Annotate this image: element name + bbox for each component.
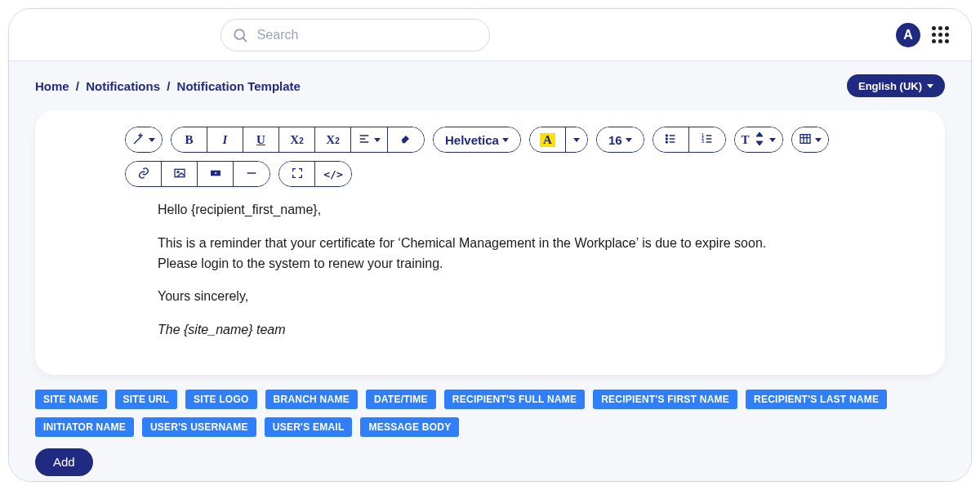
chevron-down-icon [502, 138, 509, 142]
magic-wand-button[interactable] [126, 127, 162, 152]
token-initiator-name[interactable]: INITIATOR NAME [35, 417, 134, 437]
avatar[interactable]: A [896, 23, 920, 47]
subscript-button[interactable]: X2 [315, 127, 351, 152]
chevron-down-icon [769, 138, 776, 142]
content-area: Home / Notifications / Notification Temp… [9, 61, 971, 481]
token-users-email[interactable]: USER'S EMAIL [265, 417, 353, 437]
underline-icon: U [256, 133, 265, 147]
token-site-name[interactable]: SITE NAME [35, 390, 107, 409]
numbered-list-button[interactable]: 123 [689, 127, 725, 152]
updown-icon [753, 132, 766, 148]
bold-icon: B [185, 133, 193, 147]
align-button[interactable] [351, 127, 388, 152]
message-line-2: Please login to the system to renew your… [158, 256, 443, 270]
svg-rect-19 [800, 134, 810, 143]
message-line-1: This is a reminder that your certificate… [158, 236, 766, 250]
breadcrumb-notifications[interactable]: Notifications [86, 79, 160, 93]
video-icon [209, 167, 222, 182]
superscript-button[interactable]: X2 [279, 127, 315, 152]
message-closing: Yours sincerely, [158, 287, 891, 307]
language-selector[interactable]: English (UK) [847, 74, 945, 97]
token-branch-name[interactable]: BRANCH NAME [265, 390, 358, 409]
table-button[interactable] [792, 127, 828, 152]
svg-point-9 [666, 141, 667, 143]
breadcrumb-sep: / [76, 79, 79, 93]
token-users-username[interactable]: USER'S USERNAME [142, 417, 256, 437]
bold-button[interactable]: B [172, 127, 207, 152]
italic-icon: I [223, 133, 228, 147]
text-color-more-button[interactable] [566, 127, 587, 152]
svg-text:3: 3 [702, 140, 704, 144]
message-greeting: Hello {recipient_first_name}, [158, 200, 891, 220]
hr-icon [245, 167, 258, 182]
svg-rect-23 [175, 169, 185, 176]
token-site-logo[interactable]: SITE LOGO [185, 390, 257, 409]
link-icon [137, 167, 150, 182]
line-height-button[interactable]: T [735, 127, 782, 152]
video-button[interactable] [198, 162, 234, 186]
breadcrumb: Home / Notifications / Notification Temp… [35, 79, 301, 93]
breadcrumb-row: Home / Notifications / Notification Temp… [35, 74, 945, 97]
message-body: This is a reminder that your certificate… [158, 234, 891, 274]
token-recipient-first-name[interactable]: RECIPIENT'S FIRST NAME [593, 390, 737, 409]
search-icon [232, 27, 248, 43]
wand-icon [132, 132, 145, 148]
superscript-icon: X2 [290, 133, 303, 147]
search-wrap [220, 19, 490, 51]
eraser-button[interactable] [388, 127, 424, 152]
font-size-label: 16 [608, 133, 622, 147]
code-view-button[interactable]: </> [315, 162, 351, 186]
italic-button[interactable]: I [207, 127, 243, 152]
chevron-down-icon [927, 84, 933, 88]
image-icon [173, 167, 186, 182]
font-family-select[interactable]: Helvetica [434, 127, 520, 152]
token-recipient-full-name[interactable]: RECIPIENT'S FULL NAME [444, 390, 585, 409]
font-size-select[interactable]: 16 [597, 127, 644, 152]
bullet-list-icon [664, 132, 677, 148]
svg-point-5 [666, 135, 667, 136]
token-date-time[interactable]: DATE/TIME [366, 390, 436, 409]
text-color-icon: A [540, 133, 555, 147]
chevron-down-icon [374, 138, 381, 142]
message-signature: The {site_name} team [158, 320, 891, 341]
line-height-icon: T [742, 133, 750, 147]
font-family-label: Helvetica [445, 133, 499, 147]
text-color-button[interactable]: A [530, 127, 566, 152]
breadcrumb-home[interactable]: Home [35, 79, 69, 93]
bullet-list-button[interactable] [653, 127, 689, 152]
token-site-url[interactable]: SITE URL [115, 390, 178, 409]
svg-point-7 [666, 138, 667, 140]
breadcrumb-current: Notification Template [177, 79, 301, 93]
chevron-down-icon [626, 138, 632, 142]
subscript-icon: X2 [326, 133, 339, 147]
table-icon [799, 132, 812, 148]
search-input[interactable] [220, 19, 490, 51]
token-recipient-last-name[interactable]: RECIPIENT'S LAST NAME [746, 390, 887, 409]
svg-marker-17 [756, 132, 763, 136]
eraser-icon [399, 132, 412, 148]
token-message-body[interactable]: MESSAGE BODY [360, 417, 459, 437]
underline-button[interactable]: U [243, 127, 279, 152]
fullscreen-icon [291, 167, 304, 182]
chevron-down-icon [149, 138, 155, 142]
svg-point-24 [177, 171, 179, 172]
numbered-list-icon: 123 [701, 132, 714, 148]
hr-button[interactable] [234, 162, 270, 186]
svg-marker-18 [756, 141, 763, 145]
add-button[interactable]: Add [35, 448, 93, 476]
app-window: A Home / Notifications / Notification Te… [8, 8, 972, 482]
token-list: SITE NAME SITE URL SITE LOGO BRANCH NAME… [35, 390, 945, 437]
top-right: A [896, 23, 950, 47]
breadcrumb-sep: / [167, 79, 170, 93]
chevron-down-icon [573, 138, 580, 142]
apps-grid-icon[interactable] [932, 26, 950, 44]
align-icon [358, 132, 371, 148]
editor-body[interactable]: Hello {recipient_first_name}, This is a … [56, 200, 924, 341]
link-button[interactable] [126, 162, 162, 186]
top-bar: A [9, 9, 971, 61]
language-label: English (UK) [858, 80, 922, 92]
fullscreen-button[interactable] [279, 162, 315, 186]
image-button[interactable] [162, 162, 198, 186]
editor-card: B I U X2 X2 Helvetica [35, 110, 945, 375]
chevron-down-icon [815, 138, 822, 142]
